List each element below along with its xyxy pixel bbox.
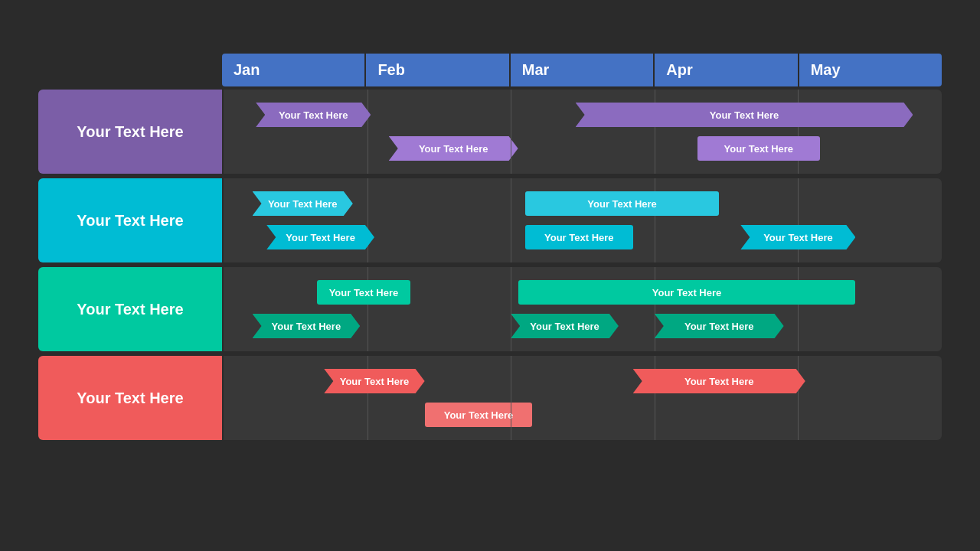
bar-row-1-1: Your Text HereYour Text HereYour Text He… — [224, 223, 942, 251]
bar-item-0-1-1: Your Text Here — [697, 136, 819, 161]
swimlane-green: Your Text HereYour Text HereYour Text He… — [38, 267, 942, 351]
bar-item-3-0-0: Your Text Here — [324, 369, 424, 393]
bar-item-0-0-1: Your Text Here — [576, 103, 913, 127]
header-month-may: May — [799, 54, 942, 86]
header-month-apr: Apr — [655, 54, 799, 86]
lane-content-teal: Your Text HereYour Text HereYour Text He… — [222, 178, 942, 262]
header-row: JanFebMarAprMay — [222, 54, 942, 86]
bar-row-2-1: Your Text HereYour Text HereYour Text He… — [224, 312, 942, 340]
bar-item-3-0-1: Your Text Here — [633, 369, 805, 393]
bar-item-1-0-0: Your Text Here — [253, 191, 353, 216]
bar-item-0-1-0: Your Text Here — [389, 136, 518, 161]
bar-item-1-1-0: Your Text Here — [266, 225, 374, 249]
lane-label-red: Your Text Here — [38, 356, 222, 440]
lane-content-red: Your Text HereYour Text HereYour Text He… — [222, 356, 942, 440]
lane-content-purple: Your Text HereYour Text HereYour Text He… — [222, 90, 942, 174]
lane-label-teal: Your Text Here — [38, 178, 222, 262]
bar-row-3-1: Your Text Here — [224, 401, 942, 429]
header-month-feb: Feb — [366, 54, 510, 86]
lane-content-green: Your Text HereYour Text HereYour Text He… — [222, 267, 942, 351]
lane-label-green: Your Text Here — [38, 267, 222, 351]
swimlane-red: Your Text HereYour Text HereYour Text He… — [38, 356, 942, 440]
bar-item-3-1-0: Your Text Here — [425, 403, 533, 427]
swimlane-purple: Your Text HereYour Text HereYour Text He… — [38, 90, 942, 174]
lane-label-purple: Your Text Here — [38, 90, 222, 174]
header-month-mar: Mar — [511, 54, 655, 86]
bar-row-2-0: Your Text HereYour Text Here — [224, 279, 942, 306]
bar-item-2-1-0: Your Text Here — [253, 314, 361, 338]
bar-item-1-1-2: Your Text Here — [740, 225, 855, 249]
bar-item-2-0-0: Your Text Here — [317, 280, 410, 305]
bar-row-0-1: Your Text HereYour Text Here — [224, 135, 942, 162]
bar-item-1-0-1: Your Text Here — [525, 191, 719, 216]
bar-item-2-1-2: Your Text Here — [655, 314, 784, 338]
bar-row-1-0: Your Text HereYour Text Here — [224, 190, 942, 217]
bar-item-2-0-1: Your Text Here — [518, 280, 856, 305]
timeline-container: JanFebMarAprMay Your Text HereYour Text … — [38, 54, 942, 440]
bar-item-1-1-1: Your Text Here — [525, 225, 633, 249]
bar-item-2-1-1: Your Text Here — [511, 314, 619, 338]
bar-item-0-0-0: Your Text Here — [256, 103, 371, 127]
bar-row-3-0: Your Text HereYour Text Here — [224, 367, 942, 395]
lanes-container: Your Text HereYour Text HereYour Text He… — [38, 90, 942, 440]
page: JanFebMarAprMay Your Text HereYour Text … — [0, 0, 980, 468]
bar-row-0-0: Your Text HereYour Text Here — [224, 101, 942, 129]
swimlane-teal: Your Text HereYour Text HereYour Text He… — [38, 178, 942, 262]
header-month-jan: Jan — [222, 54, 366, 86]
